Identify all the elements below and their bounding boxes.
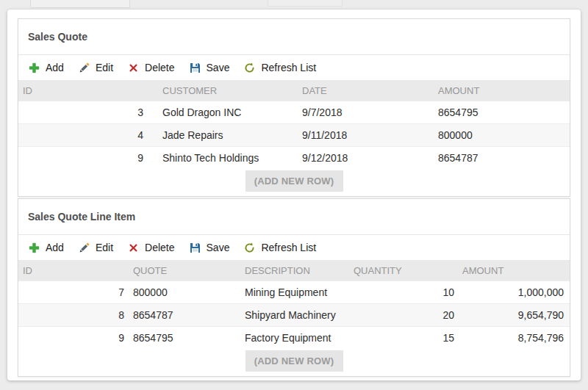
table-row[interactable]: 3 Gold Dragon INC 9/7/2018 8654795 xyxy=(18,101,570,124)
sales-quote-line-item-table: ID QUOTE DESCRIPTION QUANTITY AMOUNT 7 8… xyxy=(18,260,570,349)
cell-quantity: 20 xyxy=(349,304,458,327)
edit-button[interactable]: Edit xyxy=(78,62,113,74)
refresh-icon xyxy=(243,242,256,254)
column-header-amount: AMOUNT xyxy=(434,80,570,101)
table-header-row: ID QUOTE DESCRIPTION QUANTITY AMOUNT xyxy=(18,260,570,281)
add-button[interactable]: Add xyxy=(28,242,64,254)
refresh-list-button-label: Refresh List xyxy=(261,62,316,73)
save-button[interactable]: Save xyxy=(189,242,230,254)
cell-quote: 8654787 xyxy=(129,304,240,327)
refresh-list-button[interactable]: Refresh List xyxy=(243,62,316,74)
sales-quote-table: ID CUSTOMER DATE AMOUNT 3 Gold Dragon IN… xyxy=(18,80,570,169)
cell-quantity: 10 xyxy=(349,281,458,304)
pencil-icon xyxy=(78,62,90,74)
column-header-customer: CUSTOMER xyxy=(158,80,298,101)
delete-button[interactable]: Delete xyxy=(127,242,174,254)
panel-title: Sales Quote xyxy=(18,19,570,55)
cell-amount: 800000 xyxy=(434,124,570,147)
cell-id: 8 xyxy=(18,304,129,327)
cell-amount: 8,754,796 xyxy=(458,327,570,350)
cell-amount: 1,000,000 xyxy=(458,281,570,304)
table-row[interactable]: 8 8654787 Shipyard Machinery 20 9,654,79… xyxy=(18,304,570,327)
edit-button[interactable]: Edit xyxy=(78,242,113,254)
cell-customer: Gold Dragon INC xyxy=(158,101,298,124)
toolbar: Add Edit Delete Save xyxy=(18,55,570,80)
cell-date: 9/11/2018 xyxy=(298,124,434,147)
content-card: Sales Quote Add Edit Delete xyxy=(7,10,581,380)
table-row[interactable]: 9 Shinto Tech Holdings 9/12/2018 8654787 xyxy=(18,147,570,170)
cell-quote: 800000 xyxy=(129,281,240,304)
column-header-id: ID xyxy=(18,260,129,281)
cutoff-artifact xyxy=(30,0,130,8)
cell-customer: Jade Repairs xyxy=(158,124,298,147)
delete-button[interactable]: Delete xyxy=(127,62,174,74)
toolbar: Add Edit Delete Save xyxy=(18,235,570,260)
delete-button-label: Delete xyxy=(145,242,174,253)
save-button-label: Save xyxy=(207,242,230,253)
sales-quote-panel: Sales Quote Add Edit Delete xyxy=(18,18,570,197)
add-new-row-button[interactable]: (ADD NEW ROW) xyxy=(245,350,343,372)
cell-date: 9/12/2018 xyxy=(298,147,434,170)
cell-quantity: 15 xyxy=(349,327,458,350)
table-header-row: ID CUSTOMER DATE AMOUNT xyxy=(18,80,570,101)
edit-button-label: Edit xyxy=(96,242,113,253)
pencil-icon xyxy=(78,242,90,254)
plus-icon xyxy=(28,242,40,254)
floppy-disk-icon xyxy=(189,62,201,74)
refresh-list-button-label: Refresh List xyxy=(261,242,316,253)
save-button-label: Save xyxy=(207,62,230,73)
cell-customer: Shinto Tech Holdings xyxy=(158,147,298,170)
cell-date: 9/7/2018 xyxy=(298,101,434,124)
floppy-disk-icon xyxy=(189,242,201,254)
cell-amount: 8654787 xyxy=(434,147,570,170)
column-header-id: ID xyxy=(18,80,158,101)
cell-id: 9 xyxy=(18,327,129,350)
cell-quote: 8654795 xyxy=(129,327,240,350)
panel-title: Sales Quote Line Item xyxy=(18,199,570,235)
column-header-description: DESCRIPTION xyxy=(240,260,349,281)
column-header-amount: AMOUNT xyxy=(458,260,570,281)
refresh-icon xyxy=(243,62,256,74)
add-new-row-button[interactable]: (ADD NEW ROW) xyxy=(245,170,343,192)
cell-amount: 9,654,790 xyxy=(458,304,570,327)
add-button-label: Add xyxy=(46,62,64,73)
table-row[interactable]: 4 Jade Repairs 9/11/2018 800000 xyxy=(18,124,570,147)
column-header-quantity: QUANTITY xyxy=(349,260,458,281)
cell-amount: 8654795 xyxy=(434,101,570,124)
delete-x-icon xyxy=(127,242,140,254)
cell-id: 7 xyxy=(18,281,129,304)
table-row[interactable]: 7 800000 Mining Equipment 10 1,000,000 xyxy=(18,281,570,304)
cell-description: Shipyard Machinery xyxy=(240,304,349,327)
cell-id: 4 xyxy=(18,124,158,147)
sales-quote-line-item-panel: Sales Quote Line Item Add Edit Delete xyxy=(18,198,570,377)
cell-id: 9 xyxy=(18,147,158,170)
column-header-date: DATE xyxy=(298,80,434,101)
grid-footer: (ADD NEW ROW) xyxy=(18,349,570,376)
edit-button-label: Edit xyxy=(96,62,113,73)
cell-description: Mining Equipment xyxy=(240,281,349,304)
cell-description: Factory Equipment xyxy=(240,327,349,350)
cell-id: 3 xyxy=(18,101,158,124)
add-button[interactable]: Add xyxy=(28,62,64,74)
plus-icon xyxy=(28,62,40,74)
add-button-label: Add xyxy=(46,242,64,253)
delete-x-icon xyxy=(127,62,140,74)
column-header-quote: QUOTE xyxy=(129,260,240,281)
refresh-list-button[interactable]: Refresh List xyxy=(243,242,316,254)
grid-footer: (ADD NEW ROW) xyxy=(18,169,570,196)
table-row[interactable]: 9 8654795 Factory Equipment 15 8,754,796 xyxy=(18,327,570,350)
delete-button-label: Delete xyxy=(145,62,174,73)
cutoff-artifact xyxy=(268,0,343,7)
save-button[interactable]: Save xyxy=(189,62,230,74)
